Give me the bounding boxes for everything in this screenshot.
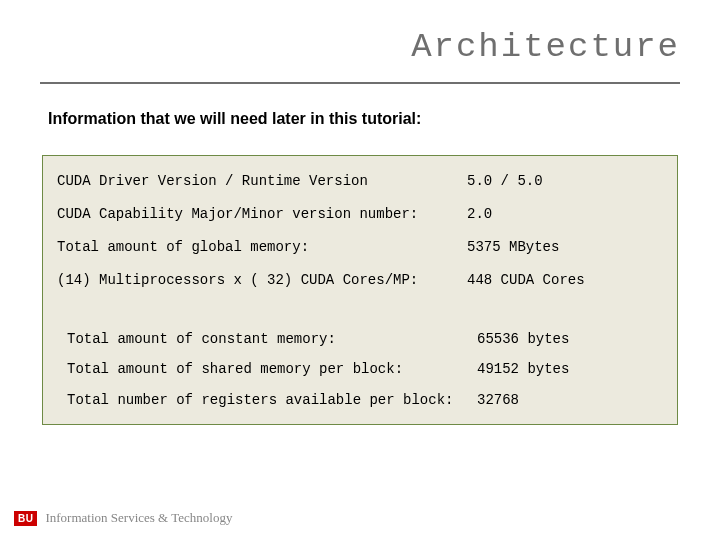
info-row: CUDA Capability Major/Minor version numb… xyxy=(57,205,663,224)
info-group-b: Total amount of constant memory: 65536 b… xyxy=(57,330,663,411)
info-label: Total amount of shared memory per block: xyxy=(67,360,477,379)
info-label: CUDA Capability Major/Minor version numb… xyxy=(57,205,467,224)
info-value: 65536 bytes xyxy=(477,330,663,349)
info-label: Total amount of global memory: xyxy=(57,238,467,257)
footer: BU Information Services & Technology xyxy=(14,510,232,526)
info-value: 5.0 / 5.0 xyxy=(467,172,663,191)
info-row: Total amount of shared memory per block:… xyxy=(67,360,663,379)
slide: Architecture Information that we will ne… xyxy=(0,0,720,540)
title-rule xyxy=(40,82,680,84)
page-title: Architecture xyxy=(411,28,680,66)
info-row: CUDA Driver Version / Runtime Version 5.… xyxy=(57,172,663,191)
bu-logo-badge: BU xyxy=(14,511,37,526)
info-box: CUDA Driver Version / Runtime Version 5.… xyxy=(42,155,678,425)
info-value: 5375 MBytes xyxy=(467,238,663,257)
info-row: Total amount of constant memory: 65536 b… xyxy=(67,330,663,349)
info-value: 49152 bytes xyxy=(477,360,663,379)
info-label: Total number of registers available per … xyxy=(67,391,477,410)
info-value: 448 CUDA Cores xyxy=(467,271,663,290)
info-row: (14) Multiprocessors x ( 32) CUDA Cores/… xyxy=(57,271,663,290)
info-label: CUDA Driver Version / Runtime Version xyxy=(57,172,467,191)
info-label: Total amount of constant memory: xyxy=(67,330,477,349)
info-row: Total amount of global memory: 5375 MByt… xyxy=(57,238,663,257)
info-row: Total number of registers available per … xyxy=(67,391,663,410)
info-label: (14) Multiprocessors x ( 32) CUDA Cores/… xyxy=(57,271,467,290)
footer-text: Information Services & Technology xyxy=(45,510,232,526)
info-value: 32768 xyxy=(477,391,663,410)
info-value: 2.0 xyxy=(467,205,663,224)
info-group-a: CUDA Driver Version / Runtime Version 5.… xyxy=(57,172,663,290)
intro-text: Information that we will need later in t… xyxy=(48,110,421,128)
